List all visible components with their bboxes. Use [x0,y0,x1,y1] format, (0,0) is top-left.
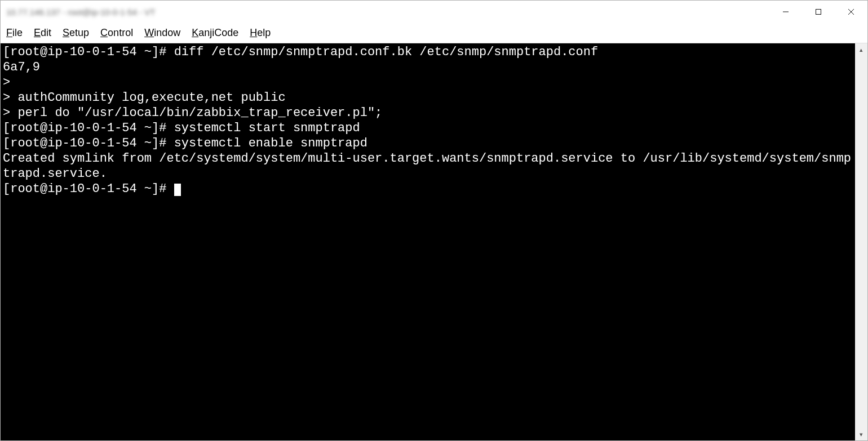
terminal-line: [root@ip-10-0-1-54 ~]# systemctl start s… [3,121,853,136]
menu-edit[interactable]: Edit [34,27,51,39]
menubar: File Edit Setup Control Window KanjiCode… [1,23,867,43]
terminal-area: [root@ip-10-0-1-54 ~]# diff /etc/snmp/sn… [1,43,867,440]
menu-setup[interactable]: Setup [63,27,89,39]
maximize-icon [815,8,822,15]
window-title: 10.77.146.137 - root@ip-10-0-1-54 - VT [6,7,156,17]
terminal-prompt-line: [root@ip-10-0-1-54 ~]# [3,181,853,197]
terminal-line: [root@ip-10-0-1-54 ~]# diff /etc/snmp/sn… [3,44,853,60]
terminal-line: > authCommunity log,execute,net public [3,90,853,105]
menu-kanji[interactable]: KanjiCode [192,27,238,39]
terminal-line: 6a7,9 [3,60,853,75]
terminal-line: [root@ip-10-0-1-54 ~]# systemctl enable … [3,136,853,151]
titlebar[interactable]: 10.77.146.137 - root@ip-10-0-1-54 - VT [1,1,867,23]
terminal[interactable]: [root@ip-10-0-1-54 ~]# diff /etc/snmp/sn… [1,43,855,440]
scrollbar-track[interactable] [855,56,867,428]
app-window: 10.77.146.137 - root@ip-10-0-1-54 - VT F… [0,0,868,441]
scroll-up-button[interactable]: ▴ [855,43,867,56]
menu-window[interactable]: Window [144,27,180,39]
close-button[interactable] [835,1,867,23]
chevron-down-icon: ▾ [860,431,863,438]
maximize-button[interactable] [802,1,835,23]
terminal-line: > perl do "/usr/local/bin/zabbix_trap_re… [3,105,853,121]
menu-help[interactable]: Help [250,27,271,39]
terminal-cursor [174,184,181,196]
svg-rect-1 [816,10,821,15]
close-icon [848,8,854,15]
chevron-up-icon: ▴ [860,46,863,54]
minimize-icon [782,8,789,15]
scroll-down-button[interactable]: ▾ [855,428,867,440]
minimize-button[interactable] [769,1,802,23]
window-controls [769,1,867,23]
terminal-line: > [3,75,853,90]
menu-file[interactable]: File [6,27,23,39]
scrollbar[interactable]: ▴ ▾ [855,43,867,440]
terminal-line: Created symlink from /etc/systemd/system… [3,151,853,181]
terminal-prompt: [root@ip-10-0-1-54 ~]# [3,182,174,196]
menu-control[interactable]: Control [100,27,133,39]
